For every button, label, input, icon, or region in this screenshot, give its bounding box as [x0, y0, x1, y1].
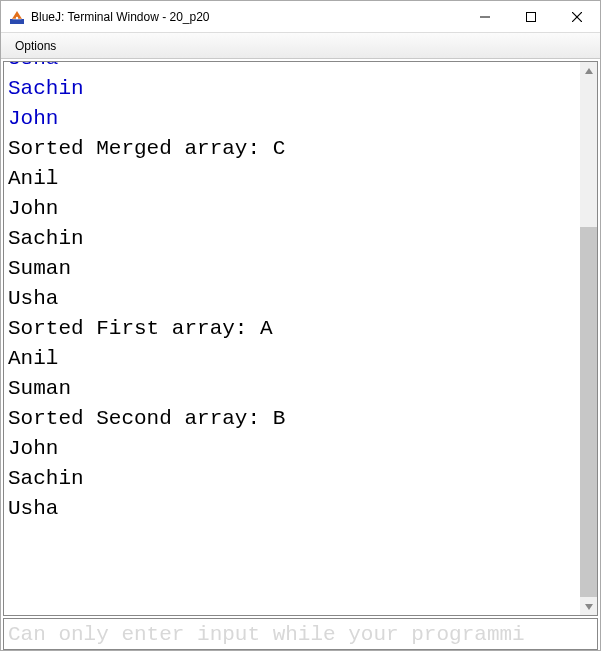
terminal-input[interactable]: Can only enter input while your programm…	[8, 623, 593, 646]
window-controls	[462, 1, 600, 32]
scroll-up-button[interactable]	[580, 62, 597, 79]
svg-rect-3	[527, 13, 536, 22]
minimize-button[interactable]	[462, 1, 508, 33]
scroll-down-button[interactable]	[580, 598, 597, 615]
terminal-line: Anil	[8, 164, 593, 194]
terminal-line: Suman	[8, 374, 593, 404]
titlebar: BlueJ: Terminal Window - 20_p20	[1, 1, 600, 33]
close-button[interactable]	[554, 1, 600, 33]
window-title: BlueJ: Terminal Window - 20_p20	[31, 10, 462, 24]
terminal-line	[8, 554, 593, 584]
terminal-line: Sorted First array: A	[8, 314, 593, 344]
bluej-app-icon	[9, 9, 25, 25]
terminal-line	[8, 524, 593, 554]
terminal-line: Usha	[8, 494, 593, 524]
svg-rect-0	[10, 19, 24, 24]
terminal-line: Usha	[8, 62, 593, 74]
terminal-line: Suman	[8, 254, 593, 284]
terminal-content[interactable]: UshaSachinJohnSorted Merged array: CAnil…	[4, 62, 597, 615]
terminal-line: Sorted Merged array: C	[8, 134, 593, 164]
terminal-line: Sachin	[8, 464, 593, 494]
terminal-line: Sachin	[8, 224, 593, 254]
menubar: Options	[1, 33, 600, 59]
scroll-thumb[interactable]	[580, 227, 597, 597]
terminal-line: Usha	[8, 284, 593, 314]
scrollbar	[580, 62, 597, 615]
terminal-line: John	[8, 194, 593, 224]
terminal-area: UshaSachinJohnSorted Merged array: CAnil…	[3, 61, 598, 616]
menu-options[interactable]: Options	[7, 36, 64, 56]
terminal-input-bar: Can only enter input while your programm…	[3, 618, 598, 650]
terminal-line: Sorted Second array: B	[8, 404, 593, 434]
terminal-line: John	[8, 104, 593, 134]
terminal-line: Anil	[8, 344, 593, 374]
terminal-line: John	[8, 434, 593, 464]
maximize-button[interactable]	[508, 1, 554, 33]
terminal-line: Sachin	[8, 74, 593, 104]
